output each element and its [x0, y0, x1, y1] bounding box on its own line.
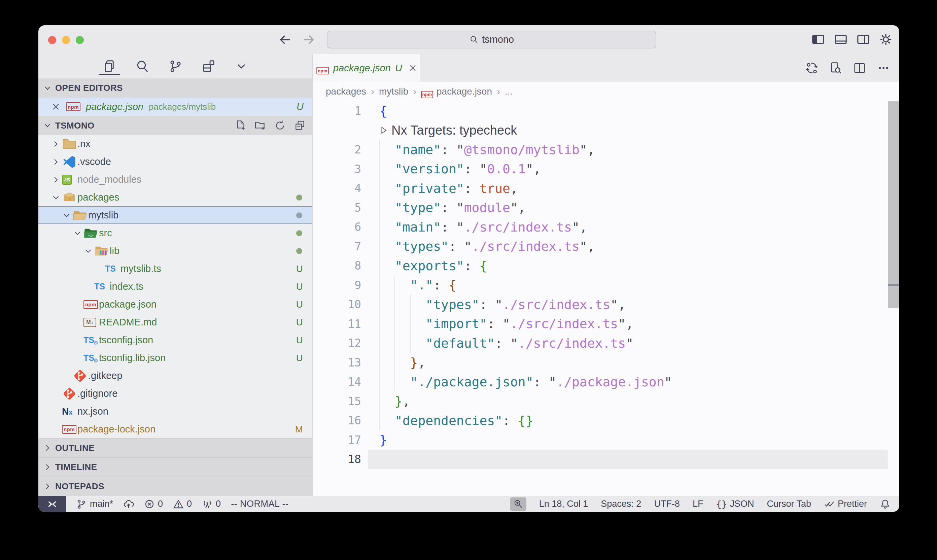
- code-line-4[interactable]: 4 "private": true,: [313, 179, 899, 198]
- code-line-8[interactable]: 8 "exports": {: [313, 256, 899, 275]
- explorer-icon[interactable]: [101, 57, 117, 76]
- code-line-18[interactable]: 18: [313, 449, 899, 469]
- close-icon[interactable]: [51, 102, 61, 111]
- status-item-utf-8[interactable]: UTF-8: [654, 499, 680, 509]
- codelens-row[interactable]: Nx Targets: typecheck: [313, 121, 899, 140]
- line-number: 18: [313, 453, 361, 466]
- tree-item-.gitignore[interactable]: .gitignore: [38, 385, 312, 403]
- settings-gear-icon[interactable]: [879, 33, 892, 46]
- git-status-badge: U: [296, 317, 303, 328]
- toggle-panel-icon[interactable]: [834, 33, 848, 46]
- project-header[interactable]: TSMONO: [38, 116, 312, 135]
- status-item-0[interactable]: 0: [202, 499, 221, 509]
- close-tab-icon[interactable]: [408, 63, 417, 73]
- status-item-lf[interactable]: LF: [692, 499, 703, 509]
- breadcrumb-item[interactable]: npmpackage.json: [421, 86, 492, 97]
- code-editor[interactable]: 1{Nx Targets: typecheck2 "name": "@tsmon…: [313, 101, 899, 496]
- status-item-0[interactable]: 0: [173, 499, 192, 509]
- code-line-16[interactable]: 16 "dependencies": {}: [313, 411, 899, 431]
- status-item-0[interactable]: 0: [144, 499, 163, 509]
- code-line-5[interactable]: 5 "type": "module",: [313, 198, 899, 218]
- status-item-cursor-tab[interactable]: Cursor Tab: [767, 499, 811, 509]
- status-item--normal-[interactable]: -- NORMAL --: [231, 499, 288, 509]
- tree-item-tsconfig.json[interactable]: TS⚙tsconfig.jsonU: [38, 331, 312, 349]
- status-item-zoom-level[interactable]: [510, 497, 526, 511]
- status-item-bell[interactable]: [880, 499, 891, 509]
- more-views-chevron-icon[interactable]: [233, 57, 249, 76]
- code-line-11[interactable]: 11 "import": "./src/index.ts",: [313, 314, 899, 334]
- tree-item-index.ts[interactable]: TSindex.tsU: [38, 278, 312, 295]
- status-item-main-[interactable]: main*: [76, 499, 113, 509]
- status-item-spaces-2[interactable]: Spaces: 2: [601, 499, 641, 509]
- breadcrumb-item[interactable]: ...: [505, 86, 512, 97]
- tree-item-.vscode[interactable]: .vscode: [38, 153, 312, 171]
- toggle-secondary-sidebar-icon[interactable]: [857, 33, 870, 46]
- code-line-14[interactable]: 14 "./package.json": "./package.json": [313, 372, 899, 392]
- open-editors-header[interactable]: OPEN EDITORS: [38, 78, 312, 98]
- code-line-17[interactable]: 17}: [313, 431, 899, 450]
- tree-item-packages[interactable]: packages: [38, 188, 312, 206]
- tree-item-lib[interactable]: lib: [38, 242, 312, 260]
- remote-indicator-button[interactable]: [38, 496, 66, 512]
- breadcrumb-item[interactable]: packages: [326, 86, 366, 97]
- code-line-15[interactable]: 15 },: [313, 392, 899, 411]
- code-line-content: },: [361, 355, 425, 370]
- split-editor-icon[interactable]: [853, 62, 866, 74]
- status-item-prettier[interactable]: Prettier: [824, 499, 867, 509]
- codelens-link[interactable]: Nx Targets: typecheck: [361, 123, 517, 138]
- code-line-9[interactable]: 9 ".": {: [313, 275, 899, 295]
- code-line-1[interactable]: 1{: [313, 101, 899, 121]
- tree-item-readme.md[interactable]: M↓README.mdU: [38, 313, 312, 331]
- tree-item-node-modules[interactable]: JSnode_modules: [38, 171, 312, 188]
- extensions-icon[interactable]: [200, 57, 216, 76]
- code-line-2[interactable]: 2 "name": "@tsmono/mytslib",: [313, 140, 899, 160]
- tree-item-.gitkeep[interactable]: .gitkeep: [38, 367, 312, 385]
- new-file-icon[interactable]: [235, 120, 246, 131]
- code-line-10[interactable]: 10 "types": "./src/index.ts",: [313, 295, 899, 314]
- status-item-json[interactable]: {}JSON: [716, 499, 754, 509]
- forward-arrow-icon[interactable]: [302, 33, 316, 47]
- section-header-outline[interactable]: OUTLINE: [38, 438, 312, 457]
- status-item-ln-18-col-1[interactable]: Ln 18, Col 1: [539, 499, 588, 509]
- code-line-12[interactable]: 12 "default": "./src/index.ts": [313, 334, 899, 353]
- open-preview-icon[interactable]: [829, 62, 842, 74]
- scrollbar-thumb[interactable]: [888, 101, 899, 308]
- back-arrow-icon[interactable]: [278, 33, 292, 47]
- section-header-notepads[interactable]: NOTEPADS: [38, 477, 312, 496]
- code-line-content: "./package.json": "./package.json": [361, 375, 672, 389]
- tree-item-src[interactable]: <>src: [38, 224, 312, 242]
- tree-item-package-lock.json[interactable]: npmpackage-lock.jsonM: [38, 420, 312, 438]
- search-icon[interactable]: [134, 57, 151, 76]
- breadcrumb-item[interactable]: mytslib: [379, 86, 408, 97]
- command-center-search[interactable]: tsmono: [327, 31, 656, 48]
- toggle-primary-sidebar-icon[interactable]: [811, 33, 825, 46]
- tree-item-package.json[interactable]: npmpackage.jsonU: [38, 295, 312, 313]
- tree-item-label: nx.json: [77, 406, 108, 417]
- source-control-icon[interactable]: [167, 57, 183, 76]
- collapse-folders-icon[interactable]: [294, 120, 306, 131]
- code-line-6[interactable]: 6 "main": "./src/index.ts",: [313, 217, 899, 237]
- refresh-explorer-icon[interactable]: [274, 120, 286, 131]
- status-item-cloud-upload[interactable]: [123, 499, 134, 509]
- tree-item-.nx[interactable]: .nx: [38, 135, 312, 153]
- tab-package-json[interactable]: npm package.json U: [313, 54, 420, 82]
- minimize-window-button[interactable]: [62, 36, 70, 44]
- tree-item-nx.json[interactable]: Nxnx.json: [38, 403, 312, 420]
- close-window-button[interactable]: [48, 36, 56, 44]
- open-editor-item[interactable]: npm package.json packages/mytslib U: [38, 98, 312, 116]
- tree-item-mytslib.ts[interactable]: TSmytslib.tsU: [38, 260, 312, 278]
- new-folder-icon[interactable]: [254, 120, 266, 131]
- section-header-timeline[interactable]: TIMELINE: [38, 457, 312, 477]
- zoom-level-chip[interactable]: [510, 497, 526, 511]
- maximize-window-button[interactable]: [76, 36, 84, 44]
- code-line-13[interactable]: 13 },: [313, 353, 899, 372]
- line-number: 12: [313, 337, 361, 350]
- ts-icon: TS: [94, 281, 109, 293]
- tree-item-tsconfig.lib.json[interactable]: TS⚙tsconfig.lib.jsonU: [38, 349, 312, 367]
- tree-item-label: .gitkeep: [88, 370, 123, 381]
- code-line-7[interactable]: 7 "types": "./src/index.ts",: [313, 237, 899, 257]
- open-changes-icon[interactable]: [805, 62, 818, 74]
- code-line-3[interactable]: 3 "version": "0.0.1",: [313, 160, 899, 179]
- tree-item-mytslib[interactable]: mytslib: [38, 206, 312, 224]
- more-actions-icon[interactable]: [877, 62, 890, 74]
